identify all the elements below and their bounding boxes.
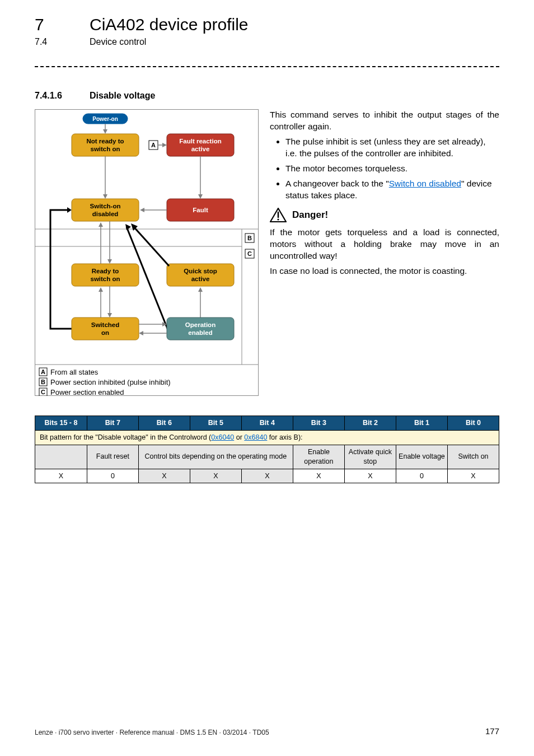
subsection-number: 7.4.1.6	[35, 90, 62, 102]
bullet-item: A changeover back to the "Switch on disa…	[285, 178, 499, 202]
svg-text:enabled: enabled	[188, 329, 212, 336]
svg-rect-41	[167, 264, 234, 286]
chapter-title: CiA402 device profile	[90, 13, 249, 36]
svg-text:Switched: Switched	[91, 321, 119, 328]
danger-text: In case no load is connected, the motor …	[270, 265, 499, 277]
state-power-on: Power-on	[83, 114, 128, 124]
state-fault: Fault	[167, 199, 234, 221]
footer-text: Lenze · i700 servo inverter · Reference …	[35, 728, 269, 737]
state-diagram-svg: Power-on Not ready to switch on A	[35, 109, 259, 396]
svg-text:B: B	[247, 235, 252, 241]
svg-rect-9	[72, 134, 139, 156]
svg-rect-56	[167, 318, 234, 340]
svg-point-74	[277, 219, 279, 221]
svg-text:B: B	[41, 379, 45, 385]
description-column: This command serves to inhibit the outpu…	[270, 109, 499, 396]
header-separator	[35, 66, 499, 67]
svg-text:Power-on: Power-on	[92, 116, 118, 122]
switch-on-disabled-link[interactable]: Switch on disabled	[389, 179, 461, 188]
svg-rect-16	[167, 134, 234, 156]
section-number: 7.4	[35, 36, 47, 48]
table-desc-row: Fault reset Control bits depending on th…	[35, 445, 499, 469]
state-ready: Ready to switch on	[72, 264, 139, 286]
svg-text:Quick stop: Quick stop	[184, 268, 217, 274]
state-quick-stop: Quick stop active	[167, 264, 234, 286]
state-operation-enabled: Operation enabled	[167, 318, 234, 340]
svg-rect-23	[72, 199, 139, 221]
svg-text:Fault: Fault	[193, 207, 208, 213]
svg-text:C: C	[41, 389, 45, 395]
svg-rect-38	[72, 264, 139, 286]
svg-text:Power section enabled: Power section enabled	[50, 388, 124, 396]
state-switch-on-disabled: Switch-on disabled	[72, 199, 139, 221]
bit-pattern-table: Bit pattern for the "Disable voltage" in…	[35, 416, 499, 483]
svg-text:Fault reaction: Fault reaction	[179, 138, 221, 144]
danger-icon	[270, 208, 287, 222]
table-value-row: X 0 X X X X X 0 X	[35, 469, 499, 483]
svg-text:Not ready to: Not ready to	[86, 138, 124, 144]
svg-text:Ready to: Ready to	[92, 268, 119, 274]
svg-text:Switch-on: Switch-on	[90, 203, 121, 209]
intro-text: This command serves to inhibit the outpu…	[270, 109, 499, 133]
state-switched-on: Switched on	[72, 318, 139, 340]
svg-rect-53	[72, 318, 139, 340]
svg-text:Power section inhibited (pulse: Power section inhibited (pulse inhibit)	[50, 378, 171, 386]
link-0x6040[interactable]: 0x6040	[211, 433, 234, 441]
state-not-ready: Not ready to switch on	[72, 134, 139, 156]
link-0x6840[interactable]: 0x6840	[244, 433, 267, 441]
table-header-row: Bits 15 - 8 Bit 7 Bit 6 Bit 5 Bit 4 Bit …	[35, 416, 499, 431]
svg-text:disabled: disabled	[92, 211, 119, 217]
svg-text:active: active	[191, 276, 210, 282]
table-caption: Bit pattern for the "Disable voltage" in…	[35, 430, 499, 445]
svg-text:A: A	[151, 142, 156, 148]
state-diagram: Power-on Not ready to switch on A	[35, 109, 259, 396]
svg-text:A: A	[41, 368, 45, 375]
svg-text:on: on	[101, 329, 109, 336]
section-title: Device control	[90, 36, 146, 48]
danger-text: If the motor gets torqueless and a load …	[270, 227, 499, 262]
bullet-item: The pulse inhibit is set (unless they ar…	[285, 136, 499, 160]
bullet-item: The motor becomes torqueless.	[285, 163, 499, 175]
svg-text:From all states: From all states	[50, 368, 99, 376]
subsection-title: Disable voltage	[90, 90, 155, 102]
danger-heading: Danger!	[270, 208, 499, 222]
danger-label: Danger!	[292, 209, 328, 222]
chapter-number: 7	[35, 13, 44, 36]
page-number: 177	[485, 726, 499, 737]
svg-text:switch on: switch on	[90, 146, 120, 152]
svg-text:switch on: switch on	[90, 276, 120, 282]
svg-text:Operation: Operation	[185, 321, 216, 328]
state-fault-reaction: Fault reaction active	[167, 134, 234, 156]
svg-text:C: C	[247, 250, 252, 257]
svg-text:active: active	[191, 146, 210, 152]
